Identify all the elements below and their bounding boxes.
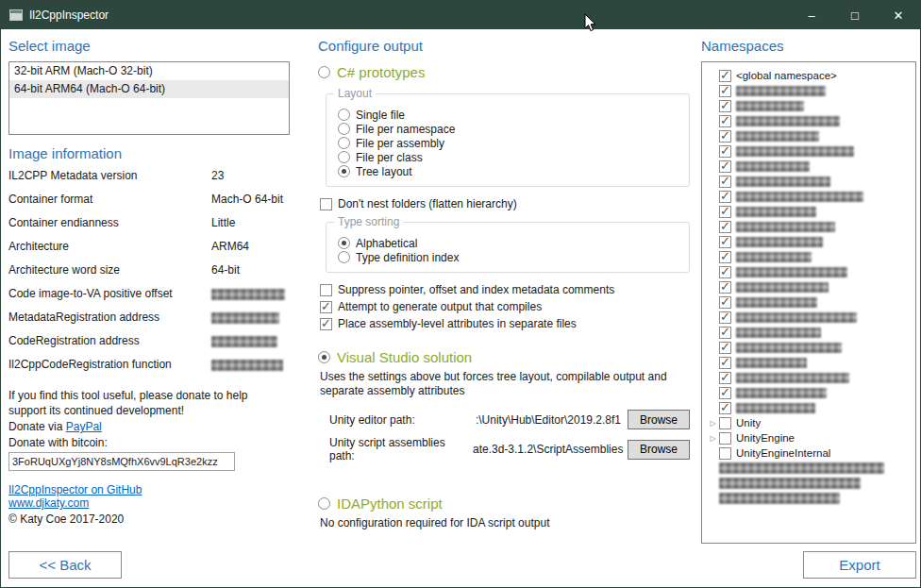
minimize-button[interactable]: – bbox=[790, 1, 833, 29]
namespace-row[interactable]: <global namespace> bbox=[707, 68, 912, 83]
namespace-row[interactable] bbox=[707, 234, 912, 249]
vs-path-value[interactable]: ate.3d-3.1.2\ScriptAssemblies bbox=[473, 443, 628, 456]
website-link[interactable]: www.djkaty.com bbox=[8, 496, 290, 510]
csharp-checkbox-row[interactable]: Place assembly-level attributes in separ… bbox=[320, 315, 690, 332]
namespace-row[interactable] bbox=[707, 340, 912, 355]
sorting-radio[interactable] bbox=[338, 237, 350, 249]
namespace-checkbox[interactable] bbox=[719, 372, 731, 384]
namespace-row[interactable]: UnityEngineInternal bbox=[707, 445, 912, 461]
layout-option-row[interactable]: File per namespace bbox=[338, 122, 679, 136]
namespace-checkbox[interactable] bbox=[719, 342, 731, 354]
csharp-prototypes-option[interactable]: C# prototypes bbox=[318, 64, 690, 80]
image-list[interactable]: 32-bit ARM (Mach-O 32-bit)64-bit ARM64 (… bbox=[8, 61, 290, 135]
csharp-checkbox-row[interactable]: Suppress pointer, offset and index metad… bbox=[320, 281, 690, 298]
namespace-row[interactable] bbox=[707, 83, 912, 98]
namespace-checkbox[interactable] bbox=[719, 100, 731, 112]
namespace-checkbox[interactable] bbox=[719, 206, 731, 218]
namespace-checkbox[interactable] bbox=[719, 145, 731, 158]
visual-studio-radio[interactable] bbox=[318, 351, 330, 363]
namespace-checkbox[interactable] bbox=[719, 115, 731, 127]
namespace-list[interactable]: <global namespace>▷Unity▷UnityEngineUnit… bbox=[701, 61, 916, 544]
export-button[interactable]: Export bbox=[803, 551, 916, 579]
namespace-row[interactable] bbox=[707, 174, 912, 189]
image-list-item[interactable]: 64-bit ARM64 (Mach-O 64-bit) bbox=[9, 80, 289, 98]
namespace-row[interactable] bbox=[707, 385, 912, 400]
namespace-checkbox[interactable] bbox=[719, 311, 731, 324]
layout-option-row[interactable]: Tree layout bbox=[338, 164, 679, 178]
namespace-row[interactable] bbox=[707, 219, 912, 234]
namespace-row[interactable] bbox=[707, 128, 912, 143]
image-list-item[interactable]: 32-bit ARM (Mach-O 32-bit) bbox=[9, 62, 289, 80]
namespace-row[interactable] bbox=[707, 113, 912, 128]
visual-studio-option[interactable]: Visual Studio solution bbox=[318, 349, 690, 365]
namespace-checkbox[interactable] bbox=[719, 281, 731, 294]
github-link[interactable]: Il2CppInspector on GitHub bbox=[8, 483, 290, 496]
namespace-checkbox[interactable] bbox=[719, 160, 731, 173]
expander-icon[interactable]: ▷ bbox=[707, 419, 719, 428]
namespace-row[interactable] bbox=[707, 461, 912, 476]
expander-icon[interactable]: ▷ bbox=[707, 434, 719, 443]
namespace-row[interactable] bbox=[707, 310, 912, 325]
close-button[interactable]: ✕ bbox=[877, 1, 920, 29]
bitcoin-address-input[interactable] bbox=[8, 452, 235, 471]
namespace-checkbox[interactable] bbox=[719, 327, 731, 339]
namespace-checkbox[interactable] bbox=[719, 402, 731, 414]
namespace-row[interactable] bbox=[707, 355, 912, 370]
namespace-checkbox[interactable] bbox=[719, 221, 731, 233]
sorting-option-row[interactable]: Alphabetical bbox=[338, 236, 679, 250]
layout-radio[interactable] bbox=[338, 109, 350, 121]
sorting-option-row[interactable]: Type definition index bbox=[338, 250, 679, 264]
namespace-row[interactable] bbox=[707, 294, 912, 310]
namespace-row[interactable] bbox=[707, 189, 912, 204]
namespace-row[interactable] bbox=[707, 476, 912, 491]
sorting-radio[interactable] bbox=[338, 251, 350, 263]
namespace-checkbox[interactable] bbox=[719, 70, 731, 82]
namespace-row[interactable]: ▷UnityEngine bbox=[707, 430, 912, 445]
layout-option-row[interactable]: Single file bbox=[338, 108, 679, 122]
namespace-row[interactable] bbox=[707, 400, 912, 415]
layout-radio[interactable] bbox=[338, 151, 350, 163]
namespace-row[interactable] bbox=[707, 279, 912, 294]
namespace-row[interactable] bbox=[707, 204, 912, 219]
namespace-row[interactable] bbox=[707, 159, 912, 174]
layout-radio[interactable] bbox=[338, 137, 350, 149]
namespace-row[interactable] bbox=[707, 98, 912, 113]
namespace-row[interactable] bbox=[707, 370, 912, 385]
namespace-checkbox[interactable] bbox=[719, 296, 731, 309]
layout-radio[interactable] bbox=[338, 165, 350, 177]
namespace-checkbox[interactable] bbox=[719, 236, 731, 248]
namespace-checkbox[interactable] bbox=[719, 251, 731, 263]
namespace-checkbox[interactable] bbox=[719, 387, 731, 399]
back-button[interactable]: << Back bbox=[8, 551, 122, 579]
browse-button[interactable]: Browse bbox=[628, 410, 690, 429]
csharp-checkbox[interactable] bbox=[320, 301, 332, 313]
namespace-checkbox[interactable] bbox=[719, 417, 731, 429]
csharp-checkbox[interactable] bbox=[320, 284, 332, 296]
namespace-checkbox[interactable] bbox=[719, 191, 731, 203]
csharp-checkbox-row[interactable]: Attempt to generate output that compiles bbox=[320, 298, 690, 315]
layout-option-row[interactable]: File per assembly bbox=[338, 136, 679, 150]
maximize-button[interactable]: □ bbox=[833, 1, 877, 29]
flatten-checkbox-row[interactable]: Don't nest folders (flatten hierarchy) bbox=[320, 195, 690, 212]
namespace-row[interactable] bbox=[707, 249, 912, 264]
layout-option-row[interactable]: File per class bbox=[338, 150, 679, 164]
browse-button[interactable]: Browse bbox=[628, 440, 690, 460]
namespace-checkbox[interactable] bbox=[719, 357, 731, 369]
namespace-row[interactable] bbox=[707, 264, 912, 279]
idapython-radio[interactable] bbox=[318, 497, 330, 510]
namespace-row[interactable] bbox=[707, 325, 912, 340]
csharp-checkbox[interactable] bbox=[320, 318, 332, 330]
flatten-checkbox[interactable] bbox=[320, 198, 332, 210]
vs-path-value[interactable]: :\Unity\Hub\Editor\2019.2.8f1 bbox=[473, 413, 628, 427]
namespace-checkbox[interactable] bbox=[719, 85, 731, 97]
layout-radio[interactable] bbox=[338, 123, 350, 135]
namespace-checkbox[interactable] bbox=[719, 130, 731, 143]
namespace-checkbox[interactable] bbox=[719, 176, 731, 188]
namespace-checkbox[interactable] bbox=[719, 266, 731, 278]
paypal-link[interactable]: PayPal bbox=[66, 420, 102, 433]
namespace-row[interactable] bbox=[707, 491, 912, 506]
namespace-checkbox[interactable] bbox=[719, 447, 731, 460]
namespace-row[interactable]: ▷Unity bbox=[707, 415, 912, 430]
namespace-row[interactable] bbox=[707, 143, 912, 159]
namespace-checkbox[interactable] bbox=[719, 432, 731, 445]
